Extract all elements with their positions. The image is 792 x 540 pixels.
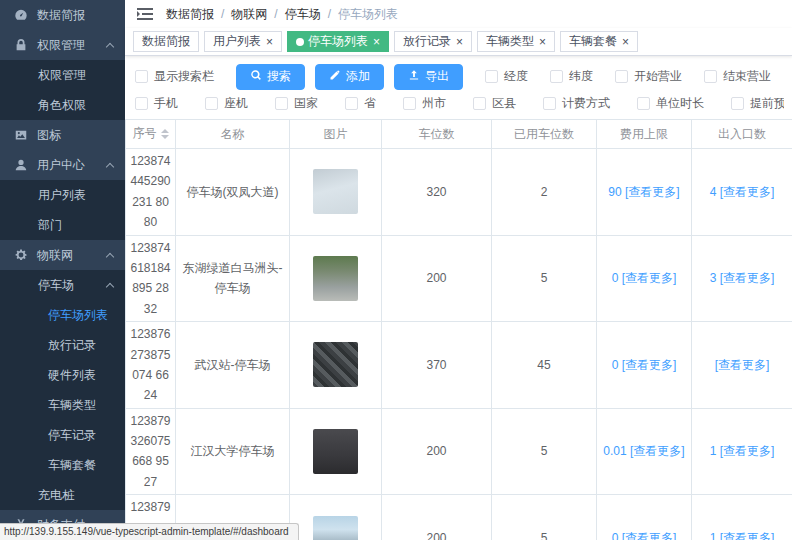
fee-view-more-link[interactable]: 0 [查看更多] — [612, 271, 677, 285]
tab-停车场列表[interactable]: 停车场列表× — [287, 31, 389, 52]
sidebar-item-icons[interactable]: 图标 — [0, 120, 125, 150]
filter-checkbox-经度[interactable]: 经度 — [485, 68, 528, 85]
cell-name: 江汉大学停车场 — [176, 408, 290, 495]
cell-entrances: 3 [查看更多] — [692, 235, 792, 322]
cell-spots: 200 — [382, 495, 492, 540]
checkbox-icon[interactable] — [485, 70, 498, 83]
column-header-label: 已用车位数 — [514, 127, 574, 141]
breadcrumb-item[interactable]: 数据简报 — [166, 6, 214, 23]
sidebar-item-parking[interactable]: 停车场 — [0, 270, 125, 300]
sidebar-item-role-permission[interactable]: 角色权限 — [0, 90, 125, 120]
sidebar-item-vehicle-type[interactable]: 车辆类型 — [0, 390, 125, 420]
sidebar-item-hardware-list[interactable]: 硬件列表 — [0, 360, 125, 390]
checkbox-icon[interactable] — [731, 97, 744, 110]
sidebar-item-dashboard[interactable]: 数据简报 — [0, 0, 125, 30]
checkbox-icon[interactable] — [135, 70, 148, 83]
tab-放行记录[interactable]: 放行记录× — [394, 31, 472, 52]
sidebar-item-department[interactable]: 部门 — [0, 210, 125, 240]
entrances-view-more-link[interactable]: 4 [查看更多] — [710, 185, 775, 199]
search-button[interactable]: 搜索 — [236, 64, 305, 90]
tab-数据简报[interactable]: 数据简报 — [133, 31, 199, 52]
checkbox-icon[interactable] — [473, 97, 486, 110]
tab-close-icon[interactable]: × — [622, 36, 629, 48]
sidebar-item-label: 用户列表 — [38, 187, 86, 204]
checkbox-icon[interactable] — [135, 97, 148, 110]
filter-checkbox-计费方式[interactable]: 计费方式 — [543, 95, 610, 112]
sidebar-item-permission[interactable]: 权限管理 — [0, 30, 125, 60]
tab-车辆类型[interactable]: 车辆类型× — [477, 31, 555, 52]
parking-thumbnail[interactable] — [313, 256, 358, 301]
filter-checkbox-国家[interactable]: 国家 — [275, 95, 318, 112]
sidebar-item-parking-records[interactable]: 停车记录 — [0, 420, 125, 450]
entrances-view-more-link[interactable]: [查看更多] — [715, 358, 770, 372]
sidebar-item-iot[interactable]: 物联网 — [0, 240, 125, 270]
filter-checkbox-区县[interactable]: 区县 — [473, 95, 516, 112]
cell-image — [290, 322, 382, 409]
parking-thumbnail[interactable] — [313, 342, 358, 387]
breadcrumb-separator: / — [328, 7, 331, 21]
filter-checkbox-座机[interactable]: 座机 — [205, 95, 248, 112]
checkbox-label: 结束营业 — [723, 68, 771, 85]
filter-checkbox-单位时长[interactable]: 单位时长 — [637, 95, 704, 112]
filter-checkbox-显示搜索栏[interactable]: 显示搜索栏 — [135, 68, 214, 85]
tab-车辆套餐[interactable]: 车辆套餐× — [560, 31, 638, 52]
checkbox-icon[interactable] — [704, 70, 717, 83]
sidebar-item-label: 部门 — [38, 217, 62, 234]
fee-view-more-link[interactable]: 0.01 [查看更多] — [603, 444, 684, 458]
filter-checkbox-手机[interactable]: 手机 — [135, 95, 178, 112]
filter-checkbox-纬度[interactable]: 纬度 — [550, 68, 593, 85]
checkbox-icon[interactable] — [205, 97, 218, 110]
export-button[interactable]: 导出 — [394, 64, 463, 90]
sidebar-item-pass-records[interactable]: 放行记录 — [0, 330, 125, 360]
filter-checkbox-州市[interactable]: 州市 — [403, 95, 446, 112]
column-header-序号[interactable]: 序号 — [126, 120, 176, 149]
cell-id: 123879326075668 9527 — [126, 408, 176, 495]
fee-view-more-link[interactable]: 0 [查看更多] — [612, 531, 677, 540]
active-tab-dot-icon — [296, 38, 304, 46]
filter-checkbox-结束营业[interactable]: 结束营业 — [704, 68, 771, 85]
filter-checkbox-提前预约最小时间[interactable]: 提前预约最小时间 — [731, 95, 784, 112]
fee-view-more-link[interactable]: 0 [查看更多] — [612, 358, 677, 372]
sidebar-item-user-center[interactable]: 用户中心 — [0, 150, 125, 180]
picture-icon — [13, 128, 28, 143]
checkbox-icon[interactable] — [637, 97, 650, 110]
checkbox-icon[interactable] — [543, 97, 556, 110]
checkbox-label: 手机 — [154, 95, 178, 112]
add-button[interactable]: 添加 — [315, 64, 384, 90]
checkbox-icon[interactable] — [403, 97, 416, 110]
tab-close-icon[interactable]: × — [373, 36, 380, 48]
table-row: 123874445290231 8080停车场(双凤大道)320290 [查看更… — [126, 149, 792, 236]
tab-close-icon[interactable]: × — [266, 36, 273, 48]
tab-close-icon[interactable]: × — [456, 36, 463, 48]
checkbox-icon[interactable] — [275, 97, 288, 110]
entrances-view-more-link[interactable]: 3 [查看更多] — [710, 271, 775, 285]
cell-entrances: 1 [查看更多] — [692, 408, 792, 495]
checkbox-icon[interactable] — [550, 70, 563, 83]
chevron-up-icon — [106, 163, 114, 171]
sidebar-item-vehicle-package[interactable]: 车辆套餐 — [0, 450, 125, 480]
sort-carets-icon[interactable] — [161, 125, 169, 143]
fee-view-more-link[interactable]: 90 [查看更多] — [608, 185, 679, 199]
entrances-view-more-link[interactable]: 1 [查看更多] — [710, 444, 775, 458]
sidebar-item-user-list[interactable]: 用户列表 — [0, 180, 125, 210]
checkbox-icon[interactable] — [345, 97, 358, 110]
tab-用户列表[interactable]: 用户列表× — [204, 31, 282, 52]
tab-close-icon[interactable]: × — [539, 36, 546, 48]
parking-thumbnail[interactable] — [313, 516, 358, 540]
breadcrumb-item[interactable]: 物联网 — [231, 6, 267, 23]
checkbox-icon[interactable] — [615, 70, 628, 83]
parking-thumbnail[interactable] — [313, 169, 358, 214]
column-header-名称: 名称 — [176, 120, 290, 149]
sidebar-item-charging-pile[interactable]: 充电桩 — [0, 480, 125, 510]
sidebar-item-parking-list[interactable]: 停车场列表 — [0, 300, 125, 330]
parking-thumbnail[interactable] — [313, 429, 358, 474]
cell-used-spots: 5 — [492, 408, 597, 495]
sidebar-item-label: 停车记录 — [48, 427, 96, 444]
filter-checkbox-开始营业[interactable]: 开始营业 — [615, 68, 682, 85]
cell-id: 123876273875074 6624 — [126, 322, 176, 409]
sidebar-item-permission-mgmt[interactable]: 权限管理 — [0, 60, 125, 90]
hamburger-icon[interactable] — [137, 7, 153, 21]
entrances-view-more-link[interactable]: 1 [查看更多] — [710, 531, 775, 540]
breadcrumb-item[interactable]: 停车场 — [285, 6, 321, 23]
filter-checkbox-省[interactable]: 省 — [345, 95, 376, 112]
